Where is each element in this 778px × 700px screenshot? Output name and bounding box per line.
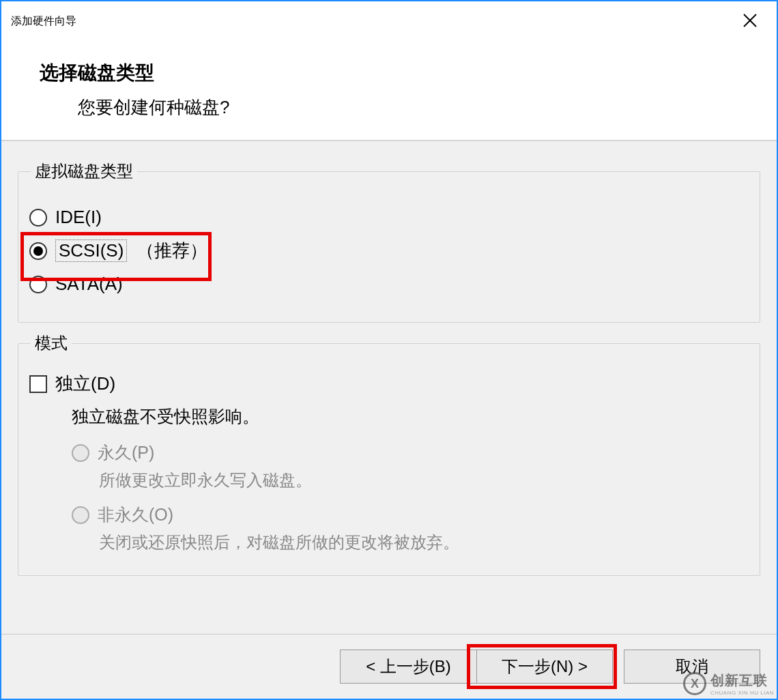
radio-sata-label: SATA(A) bbox=[55, 274, 123, 295]
radio-persistent: 永久(P) bbox=[72, 441, 749, 464]
checkbox-independent-label: 独立(D) bbox=[55, 372, 115, 396]
wizard-window: 添加硬件向导 选择磁盘类型 您要创建何种磁盘? 虚拟磁盘类型 IDE(I) SC… bbox=[0, 0, 778, 700]
close-icon[interactable] bbox=[737, 7, 763, 35]
checkbox-independent[interactable]: 独立(D) bbox=[29, 372, 749, 396]
titlebar: 添加硬件向导 bbox=[1, 1, 777, 41]
cancel-button[interactable]: 取消 bbox=[624, 650, 760, 684]
radio-ide-label: IDE(I) bbox=[55, 207, 102, 228]
persistent-desc: 所做更改立即永久写入磁盘。 bbox=[99, 469, 749, 491]
mode-legend: 模式 bbox=[31, 332, 72, 354]
independent-desc: 独立磁盘不受快照影响。 bbox=[72, 405, 749, 428]
page-title: 选择磁盘类型 bbox=[40, 60, 749, 86]
disk-type-legend: 虚拟磁盘类型 bbox=[31, 160, 137, 182]
window-title: 添加硬件向导 bbox=[11, 14, 76, 29]
radio-icon bbox=[29, 209, 47, 227]
radio-icon bbox=[29, 276, 47, 293]
wizard-footer: < 上一步(B) 下一步(N) > 取消 bbox=[1, 634, 777, 699]
radio-scsi[interactable]: SCSI(S) （推荐） bbox=[29, 239, 749, 263]
radio-nonpersistent-label: 非永久(O) bbox=[98, 504, 173, 526]
radio-scsi-recommended: （推荐） bbox=[136, 239, 207, 263]
nonpersistent-desc: 关闭或还原快照后，对磁盘所做的更改将被放弃。 bbox=[99, 531, 749, 553]
next-button[interactable]: 下一步(N) > bbox=[476, 650, 613, 684]
radio-icon bbox=[72, 444, 89, 462]
radio-ide[interactable]: IDE(I) bbox=[29, 207, 749, 228]
mode-group: 模式 独立(D) 独立磁盘不受快照影响。 永久(P) 所做更改立即永久写入磁盘。… bbox=[18, 332, 760, 576]
radio-nonpersistent: 非永久(O) bbox=[72, 504, 749, 526]
wizard-content: 虚拟磁盘类型 IDE(I) SCSI(S) （推荐） SATA(A) 模式 独立… bbox=[1, 141, 777, 634]
radio-icon bbox=[72, 506, 89, 524]
disk-type-group: 虚拟磁盘类型 IDE(I) SCSI(S) （推荐） SATA(A) bbox=[18, 160, 760, 323]
page-subtitle: 您要创建何种磁盘? bbox=[78, 96, 749, 119]
wizard-header: 选择磁盘类型 您要创建何种磁盘? bbox=[1, 41, 777, 140]
checkbox-icon bbox=[29, 375, 47, 393]
radio-icon bbox=[29, 242, 47, 260]
radio-persistent-label: 永久(P) bbox=[98, 441, 154, 464]
radio-scsi-label: SCSI(S) bbox=[55, 239, 127, 262]
back-button[interactable]: < 上一步(B) bbox=[340, 650, 476, 684]
radio-sata[interactable]: SATA(A) bbox=[29, 274, 749, 295]
nav-button-group: < 上一步(B) 下一步(N) > bbox=[340, 650, 613, 684]
sub-mode-options: 永久(P) 所做更改立即永久写入磁盘。 非永久(O) 关闭或还原快照后，对磁盘所… bbox=[72, 441, 749, 553]
